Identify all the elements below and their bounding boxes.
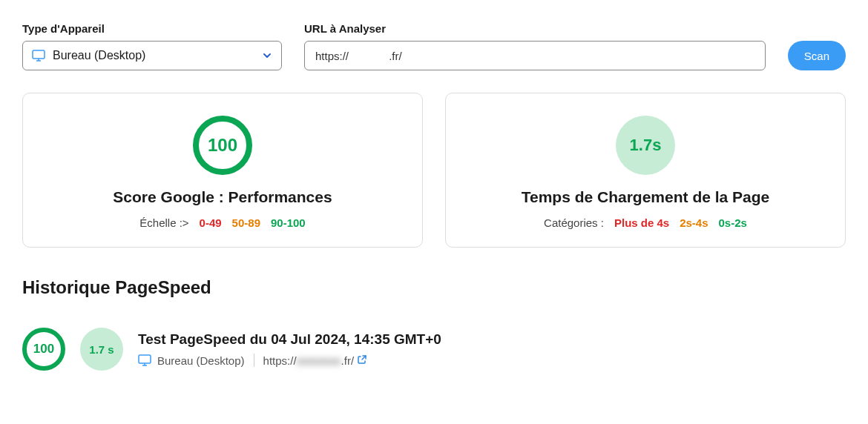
- history-device: Bureau (Desktop): [138, 354, 245, 367]
- history-title: Historique PageSpeed: [22, 277, 846, 298]
- url-label: URL à Analyser: [304, 22, 766, 35]
- chevron-down-icon: [262, 50, 272, 61]
- history-heading: Test PageSpeed du 04 Jul 2024, 14:35 GMT…: [138, 331, 441, 348]
- history-time-circle: 1.7 s: [80, 328, 123, 371]
- score-scale-red: 0-49: [200, 216, 222, 229]
- history-url-blur: xxxxxxxx: [297, 354, 341, 367]
- time-circle: 1.7s: [616, 116, 675, 175]
- history-item: 100 1.7 s Test PageSpeed du 04 Jul 2024,…: [22, 328, 846, 371]
- cards-row: 100 Score Google : Performances Échelle …: [22, 93, 846, 248]
- url-field-group: URL à Analyser: [304, 22, 766, 70]
- monitor-icon: [138, 354, 151, 366]
- score-scale-orange: 50-89: [232, 216, 260, 229]
- device-select-value: Bureau (Desktop): [53, 49, 145, 62]
- time-scale-red: Plus de 4s: [614, 216, 669, 229]
- score-scale-prefix: Échelle :>: [139, 216, 188, 229]
- history-url: https://xxxxxxxx.fr/: [263, 354, 368, 367]
- svg-rect-3: [139, 355, 151, 363]
- history-device-text: Bureau (Desktop): [157, 354, 245, 367]
- device-select[interactable]: Bureau (Desktop): [22, 41, 282, 70]
- device-label: Type d'Appareil: [22, 22, 282, 35]
- history-details: Test PageSpeed du 04 Jul 2024, 14:35 GMT…: [138, 331, 441, 367]
- time-scale-green: 0s-2s: [719, 216, 747, 229]
- history-score-circle: 100: [22, 328, 65, 371]
- score-card: 100 Score Google : Performances Échelle …: [22, 93, 423, 248]
- device-select-content: Bureau (Desktop): [32, 49, 145, 62]
- time-scale-prefix: Catégories :: [544, 216, 604, 229]
- time-card: 1.7s Temps de Chargement de la Page Caté…: [445, 93, 846, 248]
- time-scale-orange: 2s-4s: [680, 216, 708, 229]
- time-card-title: Temps de Chargement de la Page: [522, 188, 770, 206]
- score-scale-green: 90-100: [271, 216, 306, 229]
- scan-button[interactable]: Scan: [788, 41, 846, 70]
- monitor-icon: [32, 50, 45, 62]
- score-circle: 100: [193, 116, 252, 175]
- score-card-title: Score Google : Performances: [113, 188, 332, 206]
- history-meta: Bureau (Desktop) https://xxxxxxxx.fr/: [138, 354, 441, 367]
- external-link-icon[interactable]: [357, 354, 367, 365]
- score-scale: Échelle :> 0-49 50-89 90-100: [139, 216, 305, 229]
- device-field-group: Type d'Appareil Bureau (Desktop): [22, 22, 282, 70]
- history-url-prefix: https://: [263, 354, 297, 367]
- divider: [254, 354, 254, 367]
- form-row: Type d'Appareil Bureau (Desktop) URL à A…: [22, 22, 846, 70]
- url-input[interactable]: [304, 41, 766, 70]
- history-url-suffix: .fr/: [341, 354, 355, 367]
- svg-rect-0: [33, 50, 45, 59]
- time-scale: Catégories : Plus de 4s 2s-4s 0s-2s: [544, 216, 747, 229]
